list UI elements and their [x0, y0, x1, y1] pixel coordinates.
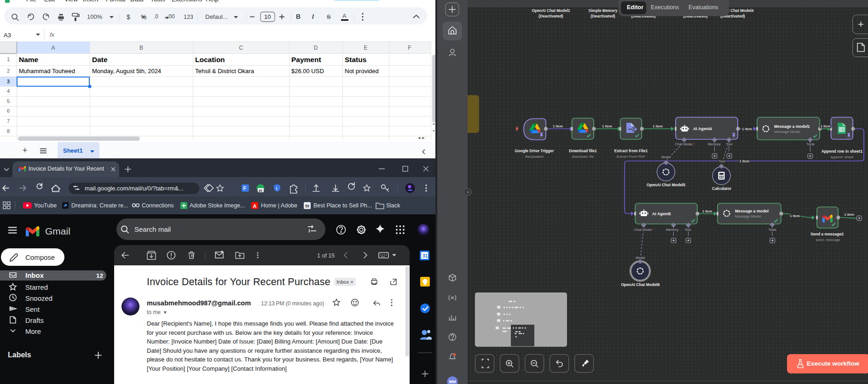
svg-text:$26.00 USD: $26.00 USD — [291, 68, 324, 75]
svg-text:append: sheet: append: sheet — [831, 155, 854, 159]
svg-text:Search mail: Search mail — [134, 225, 171, 233]
svg-text:8: 8 — [7, 128, 10, 134]
svg-text:.00: .00 — [167, 13, 175, 20]
svg-text:1 item: 1 item — [790, 214, 800, 218]
svg-text:Date: Date — [92, 56, 108, 63]
svg-text:Defaul...: Defaul... — [205, 13, 227, 20]
svg-text:Chat Model*: Chat Model* — [675, 142, 694, 146]
svg-text:Inbox: Inbox — [25, 271, 44, 279]
svg-text:B: B — [139, 45, 143, 51]
svg-text:AI Agent5: AI Agent5 — [652, 212, 671, 216]
svg-text:Drafts: Drafts — [25, 316, 44, 324]
svg-text:Tools: Tools — [768, 228, 776, 232]
svg-text:E: E — [364, 45, 367, 51]
svg-text:A: A — [253, 203, 257, 209]
svg-text:Monday, August 5th, 2024: Monday, August 5th, 2024 — [92, 68, 161, 75]
svg-text:Tool: Tool — [719, 159, 725, 163]
svg-text:(Deactivated): (Deactivated) — [590, 14, 615, 18]
svg-text:Model: Model — [661, 155, 671, 159]
svg-text:OpenAI Chat Model2: OpenAI Chat Model2 — [532, 8, 570, 13]
svg-text:Append row in sheet1: Append row in sheet1 — [822, 149, 863, 154]
svg-text:Send a message2: Send a message2 — [810, 232, 844, 236]
svg-text:Gmail: Gmail — [45, 226, 70, 236]
svg-text:3: 3 — [7, 79, 10, 84]
svg-text:AI Agent4: AI Agent4 — [693, 126, 712, 131]
svg-text:12: 12 — [96, 272, 103, 279]
svg-text:!: ! — [276, 186, 278, 191]
svg-text:S: S — [327, 13, 331, 20]
svg-text:Extract from File1: Extract from File1 — [614, 149, 648, 153]
svg-text:1 item: 1 item — [553, 124, 563, 128]
svg-text:Adobe Stoke Imege...: Adobe Stoke Imege... — [190, 202, 245, 209]
svg-text:B: B — [296, 13, 301, 20]
svg-text:C: C — [239, 45, 243, 51]
svg-text:Status: Status — [345, 56, 366, 63]
svg-text:1 item: 1 item — [702, 209, 712, 213]
svg-text:Best Place to Sell Ph...: Best Place to Sell Ph... — [313, 202, 372, 209]
svg-text:Connections: Connections — [142, 202, 174, 209]
svg-text:4: 4 — [7, 88, 10, 94]
svg-text:Name: Name — [19, 56, 39, 63]
svg-text:Message a model: Message a model — [735, 209, 769, 213]
svg-text:Message Model: Message Model — [774, 130, 800, 134]
svg-text:MM: MM — [449, 379, 456, 384]
svg-text:1 item: 1 item — [602, 124, 612, 128]
svg-text:1 item: 1 item — [653, 124, 663, 128]
svg-text:Tool: Tool — [685, 228, 691, 232]
svg-text:fx: fx — [50, 31, 55, 38]
svg-text:Download file1: Download file1 — [569, 149, 597, 153]
svg-text:Home | Adobe: Home | Adobe — [261, 202, 297, 209]
svg-text:More: More — [25, 327, 41, 335]
svg-text:1 item: 1 item — [821, 124, 831, 128]
svg-text:Memory: Memory — [708, 142, 721, 146]
svg-text:download: file: download: file — [572, 155, 594, 159]
svg-text:F: F — [408, 45, 411, 51]
svg-text:Calculator: Calculator — [712, 186, 732, 191]
svg-text:$: $ — [127, 13, 130, 21]
svg-text:(Deactivated): (Deactivated) — [538, 14, 563, 18]
svg-text:YouTube: YouTube — [34, 202, 57, 209]
svg-text:Extract From PDF: Extract From PDF — [617, 155, 646, 159]
svg-text:I: I — [312, 13, 314, 20]
svg-text:.0: .0 — [154, 13, 158, 20]
svg-text:Tehsil & District Okara: Tehsil & District Okara — [195, 68, 255, 75]
svg-text:F: F — [243, 185, 247, 191]
svg-text:Muhammad Touheed: Muhammad Touheed — [19, 68, 75, 75]
svg-text:Memory: Memory — [666, 228, 679, 232]
svg-text:Simple Memory: Simple Memory — [589, 8, 618, 13]
svg-text:7: 7 — [7, 118, 10, 124]
svg-text:1 item: 1 item — [844, 212, 854, 217]
svg-text:Google Drive Trigger: Google Drive Trigger — [515, 149, 554, 153]
svg-text:send: message: send: message — [816, 238, 840, 242]
svg-text:31: 31 — [422, 253, 428, 258]
svg-text:30: 30 — [259, 189, 262, 193]
svg-text:OpenAI Chat Model6: OpenAI Chat Model6 — [621, 282, 660, 287]
svg-text:Message Model: Message Model — [735, 214, 761, 218]
svg-text:D: D — [314, 45, 318, 51]
svg-text:5: 5 — [7, 98, 10, 104]
svg-text:Starred: Starred — [25, 283, 48, 291]
svg-text:10: 10 — [264, 13, 271, 20]
svg-text:A: A — [51, 45, 55, 51]
svg-text:6: 6 — [7, 108, 10, 114]
svg-text:2: 2 — [7, 68, 10, 74]
svg-text:mail.google.com/mail/u/0/?tab=: mail.google.com/mail/u/0/?tab=rm&... — [85, 185, 184, 192]
svg-text:Message a model1: Message a model1 — [774, 124, 810, 129]
svg-text:1: 1 — [7, 57, 10, 62]
svg-text:Not provided: Not provided — [345, 68, 379, 75]
svg-text:St: St — [305, 203, 310, 208]
svg-text:Sent: Sent — [25, 305, 40, 313]
svg-text:Tool: Tool — [726, 142, 732, 146]
svg-text:Slack: Slack — [386, 202, 400, 209]
svg-text:OpenAI Chat Model5: OpenAI Chat Model5 — [647, 183, 685, 187]
svg-text:A: A — [342, 12, 347, 19]
svg-text:Tools: Tools — [806, 142, 815, 146]
svg-text:1 item: 1 item — [740, 159, 750, 163]
svg-text:1 of 15: 1 of 15 — [317, 252, 335, 259]
svg-text:Model: Model — [636, 256, 645, 260]
svg-text:100%: 100% — [87, 13, 103, 20]
svg-text:Chat Model*: Chat Model* — [634, 228, 654, 232]
svg-text:Snoozed: Snoozed — [25, 294, 52, 302]
svg-text:123: 123 — [184, 14, 193, 20]
svg-text:fileUpdated: fileUpdated — [525, 155, 543, 159]
